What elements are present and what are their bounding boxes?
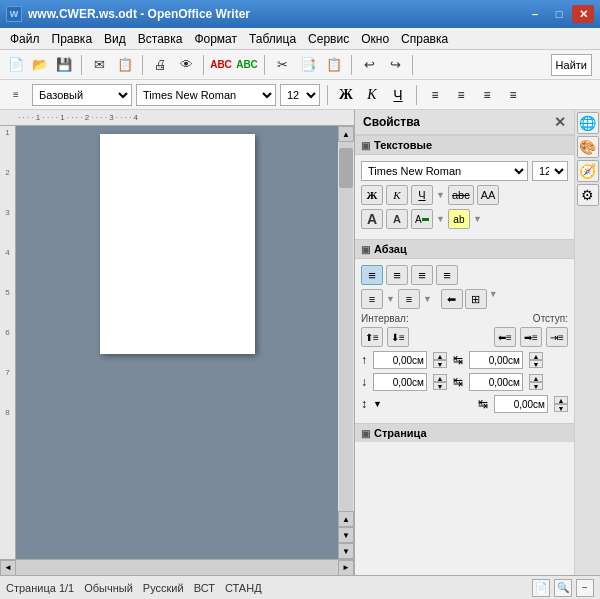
first-line-indent-btn[interactable]: ⇥≡ xyxy=(546,327,568,347)
align-left-btn[interactable]: ≡ xyxy=(361,265,383,285)
save-button[interactable]: 💾 xyxy=(52,53,76,77)
pdf-button[interactable]: 📋 xyxy=(113,53,137,77)
styles-icon[interactable]: 🎨 xyxy=(577,136,599,158)
paragraph-section-header[interactable]: ▣ Абзац xyxy=(355,239,574,259)
insert-mode[interactable]: ВСТ xyxy=(194,582,215,594)
maximize-button[interactable]: □ xyxy=(548,5,570,23)
minimize-button[interactable]: – xyxy=(524,5,546,23)
styles-sidebar-btn[interactable]: ≡ xyxy=(4,83,28,107)
page-section-header[interactable]: ▣ Страница xyxy=(355,423,574,442)
prop-strikethrough-button[interactable]: abc xyxy=(448,185,474,205)
italic-button[interactable]: К xyxy=(361,84,383,106)
menu-file[interactable]: Файл xyxy=(4,30,46,48)
menu-tools[interactable]: Сервис xyxy=(302,30,355,48)
prop-size-increase-button[interactable]: A xyxy=(361,209,383,229)
autocorrect-button[interactable]: ABC xyxy=(235,53,259,77)
email-button[interactable]: ✉ xyxy=(87,53,111,77)
line-spacing-dropdown[interactable]: ▼ xyxy=(373,399,382,409)
indent-left-up[interactable]: ▲ xyxy=(529,352,543,360)
align-left-button[interactable]: ≡ xyxy=(424,84,446,106)
preview-button[interactable]: 👁 xyxy=(174,53,198,77)
firstline-up[interactable]: ▲ xyxy=(554,396,568,404)
scroll-down-button[interactable]: ▼ xyxy=(338,543,354,559)
status-icon-3[interactable]: − xyxy=(576,579,594,597)
horizontal-scrollbar[interactable]: ◄ ► xyxy=(0,559,354,575)
menu-insert[interactable]: Вставка xyxy=(132,30,189,48)
panel-close-button[interactable]: ✕ xyxy=(554,114,566,130)
scroll-up-button[interactable]: ▲ xyxy=(338,126,354,142)
spacing-above-input[interactable] xyxy=(373,351,427,369)
vertical-scrollbar[interactable]: ▲ ▲ ▼ ▼ xyxy=(338,126,354,559)
indent-right-btn[interactable]: ➡≡ xyxy=(520,327,542,347)
text-section-header[interactable]: ▣ Текстовые xyxy=(355,135,574,155)
scroll-left-button[interactable]: ◄ xyxy=(0,560,16,576)
prop-italic-button[interactable]: К xyxy=(386,185,408,205)
status-icon-1[interactable]: 📄 xyxy=(532,579,550,597)
indent-right-spinners[interactable]: ▲ ▼ xyxy=(529,374,543,390)
page-content-area[interactable] xyxy=(112,148,242,328)
prop-highlight-button[interactable]: ab xyxy=(448,209,470,229)
align-justify-button[interactable]: ≡ xyxy=(502,84,524,106)
prop-size-decrease-button[interactable]: A xyxy=(386,209,408,229)
indent-left-spinners[interactable]: ▲ ▼ xyxy=(529,352,543,368)
copy-button[interactable]: 📑 xyxy=(296,53,320,77)
prop-underline-button[interactable]: Ч xyxy=(411,185,433,205)
spacing-below-spinners[interactable]: ▲ ▼ xyxy=(433,374,447,390)
functions-icon[interactable]: ⚙ xyxy=(577,184,599,206)
view-mode[interactable]: СТАНД xyxy=(225,582,262,594)
list-number-button[interactable]: ≡ xyxy=(398,289,420,309)
prop-bold-button[interactable]: Ж xyxy=(361,185,383,205)
paste-button[interactable]: 📋 xyxy=(322,53,346,77)
firstline-spinners[interactable]: ▲ ▼ xyxy=(554,396,568,412)
list-bullet-button[interactable]: ≡ xyxy=(361,289,383,309)
indent-left-down[interactable]: ▼ xyxy=(529,360,543,368)
prop-font-color-button[interactable]: A xyxy=(411,209,433,229)
page-canvas[interactable] xyxy=(16,126,338,559)
indent-right-input[interactable] xyxy=(469,373,523,391)
menu-view[interactable]: Вид xyxy=(98,30,132,48)
indent-left-input[interactable] xyxy=(469,351,523,369)
align-center-btn[interactable]: ≡ xyxy=(386,265,408,285)
spacing-above-up[interactable]: ▲ xyxy=(433,352,447,360)
table-insert-button[interactable]: ⊞ xyxy=(465,289,487,309)
find-box[interactable]: Найти xyxy=(551,54,592,76)
align-right-button[interactable]: ≡ xyxy=(476,84,498,106)
scroll-right-button[interactable]: ► xyxy=(338,560,354,576)
size-select[interactable]: 12 xyxy=(280,84,320,106)
menu-edit[interactable]: Правка xyxy=(46,30,99,48)
align-justify-btn[interactable]: ≡ xyxy=(436,265,458,285)
new-button[interactable]: 📄 xyxy=(4,53,28,77)
open-button[interactable]: 📂 xyxy=(28,53,52,77)
para-spacing-below-btn[interactable]: ⬇≡ xyxy=(387,327,409,347)
align-right-btn[interactable]: ≡ xyxy=(411,265,433,285)
menu-table[interactable]: Таблица xyxy=(243,30,302,48)
close-button[interactable]: ✕ xyxy=(572,5,594,23)
navigator-icon[interactable]: 🧭 xyxy=(577,160,599,182)
menu-format[interactable]: Формат xyxy=(188,30,243,48)
prop-capital-button[interactable]: AA xyxy=(477,185,500,205)
spacing-below-input[interactable] xyxy=(373,373,427,391)
prop-size-select[interactable]: 12 xyxy=(532,161,568,181)
page-document[interactable] xyxy=(100,134,255,354)
spellcheck-button[interactable]: ABC xyxy=(209,53,233,77)
prop-font-select[interactable]: Times New Roman xyxy=(361,161,528,181)
spacing-above-down[interactable]: ▼ xyxy=(433,360,447,368)
font-select[interactable]: Times New Roman xyxy=(136,84,276,106)
align-center-button[interactable]: ≡ xyxy=(450,84,472,106)
spacing-below-up[interactable]: ▲ xyxy=(433,374,447,382)
cut-button[interactable]: ✂ xyxy=(270,53,294,77)
menu-help[interactable]: Справка xyxy=(395,30,454,48)
undo-button[interactable]: ↩ xyxy=(357,53,381,77)
status-icon-2[interactable]: 🔍 xyxy=(554,579,572,597)
spacing-below-down[interactable]: ▼ xyxy=(433,382,447,390)
bold-button[interactable]: Ж xyxy=(335,84,357,106)
indent-decrease-button[interactable]: ⬅ xyxy=(441,289,463,309)
indent-right-up[interactable]: ▲ xyxy=(529,374,543,382)
print-button[interactable]: 🖨 xyxy=(148,53,172,77)
scroll-thumb[interactable] xyxy=(339,148,353,188)
para-spacing-above-btn[interactable]: ⬆≡ xyxy=(361,327,383,347)
underline-button[interactable]: Ч xyxy=(387,84,409,106)
gallery-icon[interactable]: 🌐 xyxy=(577,112,599,134)
redo-button[interactable]: ↪ xyxy=(383,53,407,77)
firstline-down[interactable]: ▼ xyxy=(554,404,568,412)
